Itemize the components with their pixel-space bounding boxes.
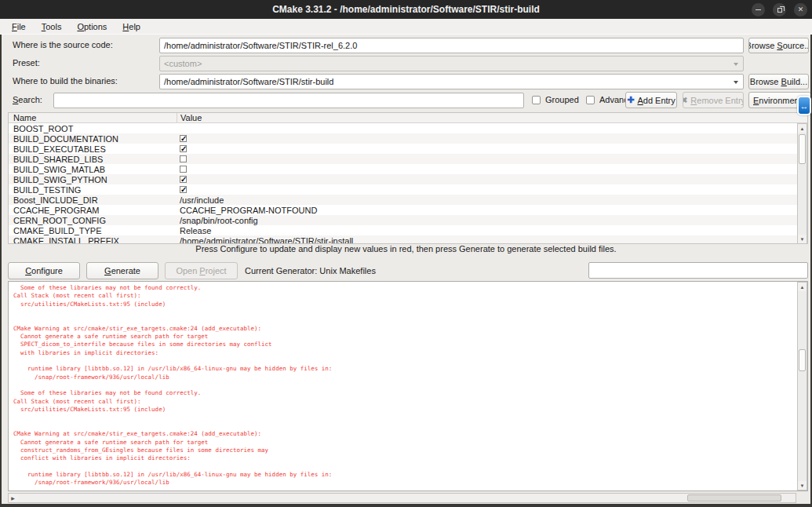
cache-entry-value: ✓ bbox=[177, 145, 807, 152]
menu-file[interactable]: File bbox=[5, 20, 33, 33]
cache-entry-name: CMAKE_BUILD_TYPE bbox=[9, 226, 177, 235]
open-project-button: Open Project bbox=[165, 262, 238, 279]
scroll-right-icon[interactable]: ▶ bbox=[9, 494, 17, 502]
table-vertical-scrollbar[interactable]: ▲ ▼ bbox=[797, 123, 807, 244]
cmake-window: CMake 3.31.2 - /home/administrator/Softw… bbox=[0, 0, 812, 507]
scroll-down-icon[interactable]: ▼ bbox=[798, 481, 807, 490]
cache-entry-value: ✓ bbox=[177, 176, 807, 183]
generate-label: Generate bbox=[104, 266, 140, 275]
configure-label: Configure bbox=[25, 266, 63, 275]
remove-entry-button: ✖ Remove Entry bbox=[683, 92, 744, 108]
restore-button[interactable] bbox=[773, 3, 786, 16]
value-checkbox[interactable]: ✓ bbox=[180, 135, 187, 142]
add-entry-label: Add Entry bbox=[637, 96, 675, 105]
cache-entry-value bbox=[177, 166, 807, 173]
scroll-down-icon[interactable]: ▼ bbox=[798, 235, 807, 243]
title-bar[interactable]: CMake 3.31.2 - /home/administrator/Softw… bbox=[0, 0, 812, 19]
cache-entry-name: BUILD_SHARED_LIBS bbox=[9, 155, 177, 164]
cache-entry-value: /usr/include bbox=[177, 195, 807, 205]
table-row[interactable]: BUILD_TESTING✓ bbox=[9, 184, 807, 195]
table-row[interactable]: CERN_ROOT_CONFIG/snap/bin/root-config bbox=[9, 215, 807, 225]
open-project-label: Open Project bbox=[176, 266, 226, 275]
output-log[interactable]: Some of these libraries may not be found… bbox=[8, 281, 808, 491]
search-label: Search: bbox=[13, 95, 42, 104]
main-panel: Where is the source code: Browse Source.… bbox=[0, 35, 812, 504]
value-checkbox[interactable] bbox=[180, 166, 187, 173]
table-row[interactable]: BUILD_SHARED_LIBS bbox=[9, 154, 807, 164]
cache-entry-value: ✓ bbox=[177, 135, 807, 142]
value-checkbox[interactable]: ✓ bbox=[180, 176, 187, 183]
cache-entry-name: BUILD_TESTING bbox=[9, 185, 177, 195]
cache-entry-value: Release bbox=[177, 226, 807, 235]
menu-tools[interactable]: Tools bbox=[35, 20, 69, 33]
cache-entry-name: CCACHE_PROGRAM bbox=[9, 206, 177, 215]
window-bottom-edge bbox=[0, 504, 812, 507]
table-row[interactable]: BUILD_DOCUMENTATION✓ bbox=[9, 133, 807, 144]
value-checkbox[interactable]: ✓ bbox=[180, 186, 187, 193]
browse-build-button[interactable]: Browse Build... bbox=[748, 74, 809, 89]
scroll-up-icon[interactable]: ▲ bbox=[798, 283, 807, 291]
table-row[interactable]: CMAKE_INSTALL_PREFIX/home/administrator/… bbox=[9, 235, 807, 244]
source-code-label: Where is the source code: bbox=[13, 40, 113, 49]
log-text: Some of these libraries may not be found… bbox=[9, 282, 807, 487]
window-title: CMake 3.31.2 - /home/administrator/Softw… bbox=[272, 4, 540, 15]
log-scrollbar-thumb[interactable] bbox=[799, 349, 806, 371]
cache-entry-name: BUILD_SWIG_PYTHON bbox=[9, 175, 177, 184]
cache-entry-value bbox=[177, 155, 807, 162]
h-scrollbar-thumb[interactable] bbox=[687, 494, 781, 502]
log-horizontal-scrollbar[interactable]: ◀ ▶ bbox=[8, 493, 796, 503]
remove-icon: ✖ bbox=[683, 97, 687, 104]
table-row[interactable]: CMAKE_BUILD_TYPERelease bbox=[9, 225, 807, 235]
advanced-checkbox[interactable] bbox=[586, 96, 595, 104]
menu-options[interactable]: Options bbox=[70, 20, 114, 33]
preset-value: <custom> bbox=[164, 59, 202, 68]
source-code-input[interactable] bbox=[159, 38, 744, 53]
add-entry-button[interactable]: ✚ Add Entry bbox=[625, 92, 677, 108]
cache-entry-value: CCACHE_PROGRAM-NOTFOUND bbox=[177, 206, 807, 215]
double-arrow-icon: ↔ bbox=[800, 101, 809, 111]
table-row[interactable]: BOOST_ROOT bbox=[9, 123, 807, 133]
cache-entry-name: Boost_INCLUDE_DIR bbox=[9, 195, 177, 205]
browse-source-label: Browse Source... bbox=[748, 41, 809, 50]
progress-bar bbox=[588, 262, 808, 279]
menu-help[interactable]: Help bbox=[115, 20, 147, 33]
cache-entry-value: /home/administrator/Software/STIR/stir-i… bbox=[177, 236, 807, 245]
browse-build-label: Browse Build... bbox=[750, 77, 807, 86]
preset-combo: <custom> bbox=[159, 56, 744, 71]
table-row[interactable]: BUILD_EXECUTABLES✓ bbox=[9, 144, 807, 154]
cache-entry-name: BUILD_DOCUMENTATION bbox=[9, 134, 177, 144]
cache-entry-name: BUILD_EXECUTABLES bbox=[9, 144, 177, 154]
table-row[interactable]: CCACHE_PROGRAMCCACHE_PROGRAM-NOTFOUND bbox=[9, 205, 807, 215]
table-header: Name Value bbox=[9, 113, 807, 123]
remove-entry-label: Remove Entry bbox=[690, 96, 744, 105]
teamviewer-badge[interactable]: ↔ bbox=[797, 96, 811, 115]
table-row[interactable]: BUILD_SWIG_MATLAB bbox=[9, 164, 807, 174]
browse-source-button[interactable]: Browse Source... bbox=[748, 38, 809, 53]
table-scrollbar-thumb[interactable] bbox=[799, 134, 806, 164]
table-row[interactable]: Boost_INCLUDE_DIR/usr/include bbox=[9, 195, 807, 205]
configure-button[interactable]: Configure bbox=[8, 262, 80, 279]
column-header-name[interactable]: Name bbox=[9, 113, 177, 122]
minimize-icon bbox=[756, 9, 761, 10]
table-row[interactable]: BUILD_SWIG_PYTHON✓ bbox=[9, 174, 807, 184]
minimize-button[interactable] bbox=[752, 3, 765, 16]
cache-entry-name: CERN_ROOT_CONFIG bbox=[9, 216, 177, 225]
generate-button[interactable]: Generate bbox=[86, 262, 158, 279]
build-binaries-combo[interactable]: /home/administrator/Software/STIR/stir-b… bbox=[159, 74, 744, 89]
grouped-label[interactable]: Grouped bbox=[545, 95, 579, 104]
scroll-up-icon[interactable]: ▲ bbox=[798, 124, 807, 133]
value-checkbox[interactable]: ✓ bbox=[180, 145, 187, 152]
cache-entry-name: BUILD_SWIG_MATLAB bbox=[9, 165, 177, 174]
column-header-value[interactable]: Value bbox=[177, 113, 807, 123]
close-icon: ✕ bbox=[798, 6, 804, 13]
grouped-checkbox[interactable] bbox=[532, 96, 541, 104]
chevron-down-icon[interactable] bbox=[734, 81, 738, 84]
log-vertical-scrollbar[interactable]: ▲ ▼ bbox=[797, 282, 807, 491]
chevron-down-icon bbox=[734, 63, 738, 66]
close-button[interactable]: ✕ bbox=[794, 3, 807, 16]
build-binaries-value: /home/administrator/Software/STIR/stir-b… bbox=[164, 77, 333, 86]
menu-bar: File Tools Options Help bbox=[0, 19, 812, 35]
plus-icon: ✚ bbox=[627, 96, 634, 104]
value-checkbox[interactable] bbox=[180, 155, 187, 162]
search-input[interactable] bbox=[53, 93, 524, 108]
